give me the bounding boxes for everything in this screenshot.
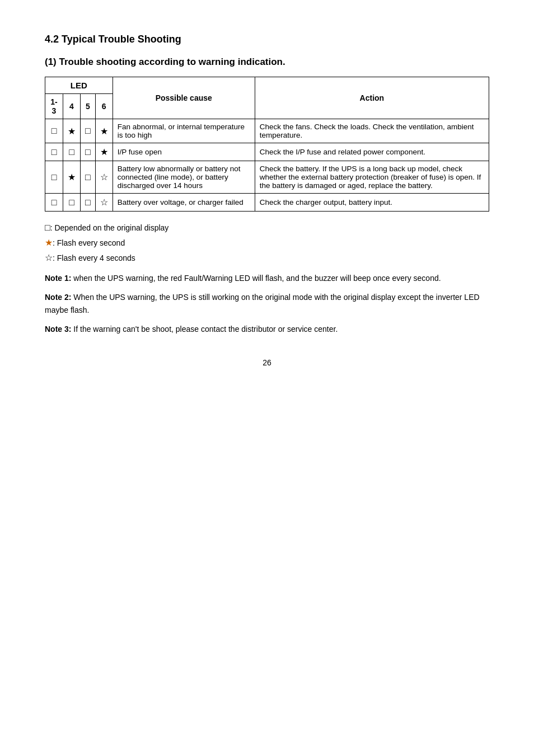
cell-cause-row0: Fan abnormal, or internal temperature is… <box>113 119 255 143</box>
table-row: □□□☆Battery over voltage, or charger fai… <box>45 194 489 212</box>
cell-led2-row3: □ <box>63 194 80 212</box>
legend-item-0: □: Depended on the original display <box>45 223 489 233</box>
cell-led3-row2: □ <box>80 161 95 194</box>
table-row: □★□★Fan abnormal, or internal temperatur… <box>45 119 489 143</box>
section-title: 4.2 Typical Trouble Shooting <box>45 34 489 45</box>
cell-cause-row3: Battery over voltage, or charger failed <box>113 194 255 212</box>
col-led3: 5 <box>80 94 95 119</box>
cell-action-row2: Check the battery. If the UPS is a long … <box>255 161 489 194</box>
note-1: Note 1: when the UPS warning, the red Fa… <box>45 272 489 284</box>
cell-action-row0: Check the fans. Check the loads. Check t… <box>255 119 489 143</box>
col-led4: 6 <box>95 94 113 119</box>
cell-led4-row2: ☆ <box>95 161 113 194</box>
note-2: Note 2: When the UPS warning, the UPS is… <box>45 291 489 316</box>
page-number: 26 <box>45 358 489 367</box>
cell-led1-row3: □ <box>45 194 63 212</box>
cell-action-row3: Check the charger output, battery input. <box>255 194 489 212</box>
action-header: Action <box>255 77 489 119</box>
subsection-title: (1) Trouble shooting according to warnin… <box>45 57 489 68</box>
table-row: □★□☆Battery low abnormally or battery no… <box>45 161 489 194</box>
cell-led1-row0: □ <box>45 119 63 143</box>
cell-led2-row0: ★ <box>63 119 80 143</box>
table-row: □□□★I/P fuse openCheck the I/P fuse and … <box>45 143 489 161</box>
led-group-header: LED <box>45 77 113 94</box>
col-led2: 4 <box>63 94 80 119</box>
cell-led3-row1: □ <box>80 143 95 161</box>
cell-led1-row1: □ <box>45 143 63 161</box>
possible-cause-header: Possible cause <box>113 77 255 119</box>
cell-led4-row3: ☆ <box>95 194 113 212</box>
cell-led4-row1: ★ <box>95 143 113 161</box>
cell-action-row1: Check the I/P fuse and related power com… <box>255 143 489 161</box>
col-led1: 1-3 <box>45 94 63 119</box>
cell-led3-row0: □ <box>80 119 95 143</box>
cell-led4-row0: ★ <box>95 119 113 143</box>
cell-cause-row1: I/P fuse open <box>113 143 255 161</box>
cell-led2-row1: □ <box>63 143 80 161</box>
trouble-shooting-table: LED Possible cause Action 1-3 4 5 6 □★□★… <box>45 77 489 212</box>
note-3: Note 3: If the warning can't be shoot, p… <box>45 323 489 335</box>
legend-item-1: ★: Flash every second <box>45 237 489 248</box>
cell-led3-row3: □ <box>80 194 95 212</box>
cell-cause-row2: Battery low abnormally or battery not co… <box>113 161 255 194</box>
cell-led1-row2: □ <box>45 161 63 194</box>
legend-item-2: ☆: Flash every 4 seconds <box>45 252 489 263</box>
cell-led2-row2: ★ <box>63 161 80 194</box>
